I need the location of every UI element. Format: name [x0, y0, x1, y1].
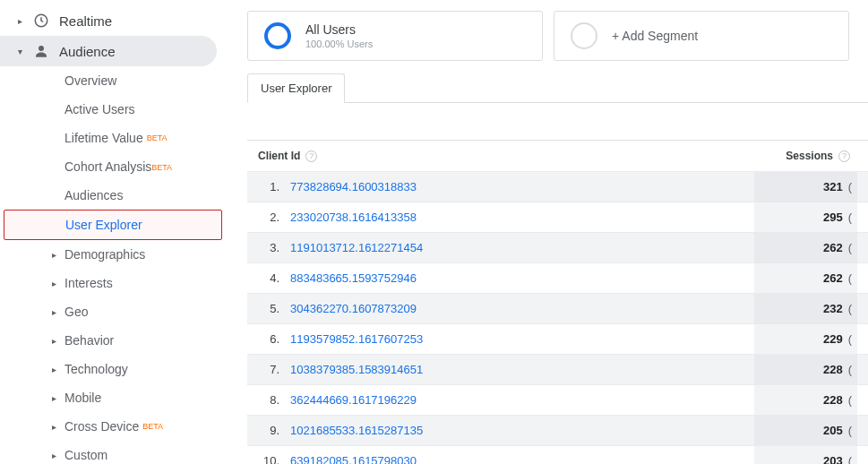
add-segment-label: + Add Segment [612, 29, 698, 43]
row-number: 4. [258, 271, 279, 285]
beta-badge: BETA [142, 422, 163, 431]
chevron-right-icon: ▸ [52, 422, 61, 432]
sidebar-item-label: Audiences [64, 188, 123, 202]
sessions-cell: 205( [754, 416, 857, 445]
client-id-link[interactable]: 883483665.1593752946 [290, 271, 754, 285]
chevron-down-icon: ▾ [14, 47, 25, 56]
toolbar-spacer [247, 103, 868, 141]
nav-realtime[interactable]: ▸ Realtime [0, 5, 226, 36]
segment-title: All Users [305, 22, 373, 37]
sessions-value: 262 [823, 241, 843, 254]
sidebar-item-label: Overview [64, 73, 116, 88]
svg-point-1 [39, 46, 44, 51]
sidebar-item-label: Lifetime Value [64, 131, 143, 145]
row-number: 1. [258, 180, 279, 193]
table-row: 2.233020738.1616413358295( [247, 202, 868, 232]
client-id-link[interactable]: 233020738.1616413358 [290, 211, 754, 224]
nav-label: Audience [59, 44, 116, 59]
sessions-paren: ( [848, 363, 852, 376]
sidebar-item-cohort-analysis[interactable]: Cohort AnalysisBETA [0, 152, 226, 181]
segment-all-users[interactable]: All Users 100.00% Users [247, 11, 543, 61]
sessions-value: 321 [823, 180, 843, 193]
sessions-cell: 228( [754, 355, 857, 384]
chevron-right-icon: ▸ [14, 16, 25, 26]
sessions-cell: 203( [754, 446, 857, 464]
sidebar-item-lifetime-value[interactable]: Lifetime ValueBETA [0, 124, 226, 152]
chevron-right-icon: ▸ [52, 250, 61, 260]
sidebar-item-label: Technology [64, 362, 128, 376]
sessions-paren: ( [848, 211, 852, 224]
sidebar-item-active-users[interactable]: Active Users [0, 95, 226, 124]
segment-add[interactable]: + Add Segment [554, 11, 849, 61]
table-body: 1.773828694.1600318833321(2.233020738.16… [247, 171, 868, 464]
client-id-link[interactable]: 304362270.1607873209 [290, 302, 754, 315]
col-client-id[interactable]: Client Id ? [258, 150, 754, 162]
table-row: 10.639182085.1615798030203( [247, 445, 868, 464]
sidebar-item-cross-device[interactable]: ▸Cross DeviceBETA [0, 412, 226, 441]
table-row: 7.1038379385.1583914651228( [247, 354, 868, 384]
client-id-link[interactable]: 1038379385.1583914651 [290, 363, 754, 376]
table-row: 5.304362270.1607873209232( [247, 293, 868, 323]
sessions-paren: ( [848, 424, 852, 437]
sessions-cell: 228( [754, 385, 857, 415]
segment-circle-icon [264, 22, 291, 49]
sessions-paren: ( [848, 180, 852, 193]
row-number: 3. [258, 241, 279, 254]
sidebar-item-label: Behavior [64, 333, 114, 348]
table-row: 6.1193579852.1617607253229( [247, 323, 868, 354]
sidebar-item-behavior[interactable]: ▸Behavior [0, 326, 226, 355]
sidebar-item-overview[interactable]: Overview [0, 66, 226, 95]
sessions-cell: 229( [754, 324, 857, 354]
sessions-cell: 295( [754, 202, 857, 232]
row-number: 5. [258, 302, 279, 315]
beta-badge: BETA [151, 163, 172, 172]
sidebar-item-technology[interactable]: ▸Technology [0, 355, 226, 383]
sessions-paren: ( [848, 332, 852, 346]
person-icon [32, 43, 50, 59]
nav-label: Realtime [59, 13, 112, 29]
sessions-value: 229 [823, 332, 843, 346]
sidebar-item-label: Geo [64, 305, 88, 319]
clock-icon [32, 13, 50, 29]
sessions-paren: ( [848, 393, 852, 407]
sidebar-item-user-explorer[interactable]: User Explorer [4, 210, 222, 240]
sidebar-item-custom[interactable]: ▸Custom [0, 441, 226, 464]
col-label: Sessions [786, 150, 833, 162]
chevron-right-icon: ▸ [52, 393, 61, 403]
sessions-value: 228 [823, 363, 843, 376]
client-id-link[interactable]: 1193579852.1617607253 [290, 332, 754, 346]
sidebar-item-geo[interactable]: ▸Geo [0, 297, 226, 326]
sessions-cell: 321( [754, 172, 857, 202]
client-id-link[interactable]: 1191013712.1612271454 [290, 241, 754, 254]
sessions-paren: ( [848, 302, 852, 315]
table-row: 3.1191013712.1612271454262( [247, 232, 868, 262]
sidebar-item-label: Active Users [64, 102, 135, 116]
client-id-link[interactable]: 362444669.1617196229 [290, 393, 754, 407]
sessions-paren: ( [848, 454, 852, 464]
sessions-paren: ( [848, 241, 852, 254]
chevron-right-icon: ▸ [52, 451, 61, 460]
segment-subtitle: 100.00% Users [305, 39, 373, 49]
table-row: 4.883483665.1593752946262( [247, 262, 868, 293]
sidebar-item-interests[interactable]: ▸Interests [0, 269, 226, 297]
nav-audience[interactable]: ▾ Audience [0, 36, 217, 66]
client-id-link[interactable]: 1021685533.1615287135 [290, 424, 754, 437]
help-icon[interactable]: ? [838, 150, 850, 162]
sidebar-item-demographics[interactable]: ▸Demographics [0, 240, 226, 269]
sidebar-item-label: Custom [64, 448, 107, 462]
help-icon[interactable]: ? [305, 150, 317, 162]
client-id-link[interactable]: 773828694.1600318833 [290, 180, 754, 193]
sessions-paren: ( [848, 271, 852, 285]
sidebar-item-label: Demographics [64, 247, 145, 262]
sessions-value: 205 [823, 424, 843, 437]
col-sessions[interactable]: Sessions ? [754, 150, 857, 162]
sidebar-item-mobile[interactable]: ▸Mobile [0, 383, 226, 412]
chevron-right-icon: ▸ [52, 279, 61, 288]
chevron-right-icon: ▸ [52, 336, 61, 346]
tab-user-explorer[interactable]: User Explorer [247, 73, 345, 103]
row-number: 2. [258, 211, 279, 224]
client-id-link[interactable]: 639182085.1615798030 [290, 454, 754, 464]
table-header: Client Id ? Sessions ? [247, 141, 868, 171]
chevron-right-icon: ▸ [52, 307, 61, 317]
sidebar-item-audiences[interactable]: Audiences [0, 181, 226, 210]
